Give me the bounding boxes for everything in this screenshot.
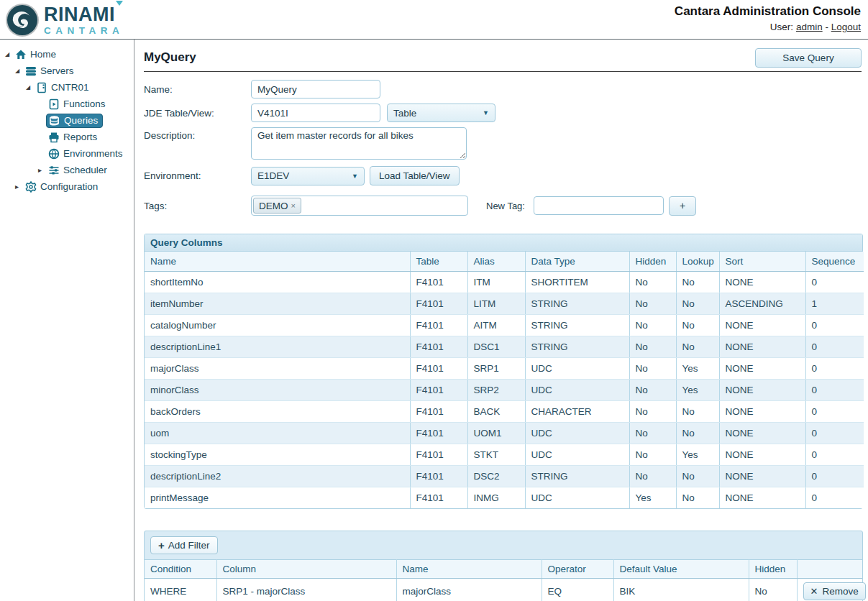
filters-panel: + Add Filter ConditionColumnNameOperator… [144,531,863,601]
cell: UOM1 [467,422,525,444]
table-row[interactable]: descriptionLine1F4101DSC1STRINGNoNoNONE0 [145,336,864,357]
cell: No [629,379,676,400]
cell: NONE [719,400,805,422]
environment-select[interactable]: E1DEV ▼ [251,167,365,185]
user-line: User: admin - Logout [675,22,861,32]
table-row[interactable]: minorClassF4101SRP2UDCNoYesNONE0 [145,379,864,400]
save-query-button[interactable]: Save Query [755,48,862,68]
cell: NONE [719,271,805,293]
expand-toggle-icon[interactable]: ◢ [26,84,36,91]
cell: No [676,465,719,487]
remove-filter-button[interactable]: ✕Remove [803,582,866,600]
sidebar-item-scheduler[interactable]: ▸ Scheduler [0,162,134,178]
remove-tag-icon[interactable]: × [291,201,296,210]
name-label: Name: [144,84,251,95]
table-row[interactable]: stockingTypeF4101STKTUDCNoYesNONE0 [145,444,864,465]
cell: UDC [525,357,629,379]
cell: STRING [525,314,629,336]
cell: F4101 [410,314,467,336]
table-row[interactable]: itemNumberF4101LITMSTRINGNoNoASCENDING1 [145,293,864,314]
cell: No [676,336,719,357]
logout-link[interactable]: Logout [831,22,861,32]
sidebar-item-label: Servers [40,65,74,76]
rinami-cantara-logo: RINAMI CANTARA [0,0,124,37]
table-type-selected-value: Table [393,108,416,119]
filter-toolbar: + Add Filter [145,531,862,559]
environments-icon [48,148,60,160]
tags-label: Tags: [144,201,251,211]
cell: 0 [805,444,864,465]
table-row[interactable]: printMessageF4101INMGUDCYesNoNONE0 [145,487,864,508]
table-row[interactable]: shortItemNoF4101ITMSHORTITEMNoNoNONE0 [145,271,864,293]
console-title: Cantara Administration Console [675,4,861,19]
expand-toggle-icon[interactable]: ◢ [5,51,15,58]
sidebar-item-environments[interactable]: Environments [0,145,134,162]
table-row[interactable]: catalogNumberF4101AITMSTRINGNoNoNONE0 [145,314,864,336]
cell: INMG [467,487,525,508]
app-window: RINAMI CANTARA Cantara Administration Co… [0,0,868,601]
cell: ITM [467,271,525,293]
cell: BACK [467,400,525,422]
navigation-tree: ◢ Home ◢ Servers ◢ CNTR01 [0,40,134,601]
configuration-icon [25,181,37,193]
cell: No [749,579,797,601]
sidebar-item-functions[interactable]: Functions [0,96,134,112]
server-icon [36,82,48,93]
add-filter-button[interactable]: + Add Filter [150,536,218,554]
cell: 0 [805,379,864,400]
cell: UDC [525,487,629,508]
sidebar-item-cntr01[interactable]: ◢ CNTR01 [0,79,134,96]
expand-toggle-icon[interactable]: ▸ [15,183,25,191]
logo-accent-triangle [116,1,123,6]
sidebar-item-queries[interactable]: Queries [0,112,134,129]
column-header: Lookup [676,252,719,271]
table-type-select[interactable]: Table ▼ [387,104,495,122]
table-row[interactable]: backOrdersF4101BACKCHARACTERNoNoNONE0 [145,400,864,422]
cell: No [629,465,676,487]
description-textarea[interactable]: Get item master records for all bikes [251,127,467,160]
cell: Yes [676,444,719,465]
cell: F4101 [410,444,467,465]
expand-toggle-icon[interactable]: ▸ [38,166,48,174]
sidebar-item-label: Configuration [40,181,98,192]
selected-highlight: Queries [46,114,103,128]
tags-input[interactable]: DEMO × [251,196,468,216]
tag-chip: DEMO × [253,198,301,214]
sidebar-item-reports[interactable]: Reports [0,129,134,145]
sidebar-item-home[interactable]: ◢ Home [0,46,134,63]
column-header [797,560,862,579]
table-row[interactable]: descriptionLine2F4101DSC2STRINGNoNoNONE0 [145,465,864,487]
cell: No [676,271,719,293]
remove-label: Remove [822,586,858,597]
cell: stockingType [145,444,410,465]
cell: F4101 [410,487,467,508]
sidebar-item-label: Reports [63,132,97,142]
column-header: Sequence [805,252,864,271]
new-tag-input[interactable] [534,196,664,215]
query-columns-table: NameTableAliasData TypeHiddenLookupSortS… [145,252,864,508]
cell: minorClass [145,379,410,400]
filter-row[interactable]: WHERESRP1 - majorClassmajorClassEQBIKNo✕… [145,579,862,601]
add-tag-button[interactable]: + [669,196,696,216]
environment-label: Environment: [144,170,251,181]
user-name-link[interactable]: admin [796,22,823,32]
cell: Yes [676,379,719,400]
expand-toggle-icon[interactable]: ◢ [15,68,25,74]
cell: UDC [525,379,629,400]
page-title: MyQuery [144,50,196,65]
cell: SHORTITEM [525,271,629,293]
table-row[interactable]: majorClassF4101SRP1UDCNoYesNONE0 [145,357,864,379]
sidebar-item-servers[interactable]: ◢ Servers [0,63,134,79]
load-table-view-button[interactable]: Load Table/View [370,166,460,185]
cell: 0 [805,487,864,508]
cell: 0 [805,336,864,357]
sidebar-item-configuration[interactable]: ▸ Configuration [0,178,134,195]
column-header: Name [396,560,542,579]
table-row[interactable]: uomF4101UOM1UDCNoNoNONE0 [145,422,864,444]
cell: uom [145,422,410,444]
cell: No [676,487,719,508]
name-input[interactable] [251,80,380,98]
cell: NONE [719,487,805,508]
cell: CHARACTER [525,400,629,422]
cell: F4101 [410,465,467,487]
